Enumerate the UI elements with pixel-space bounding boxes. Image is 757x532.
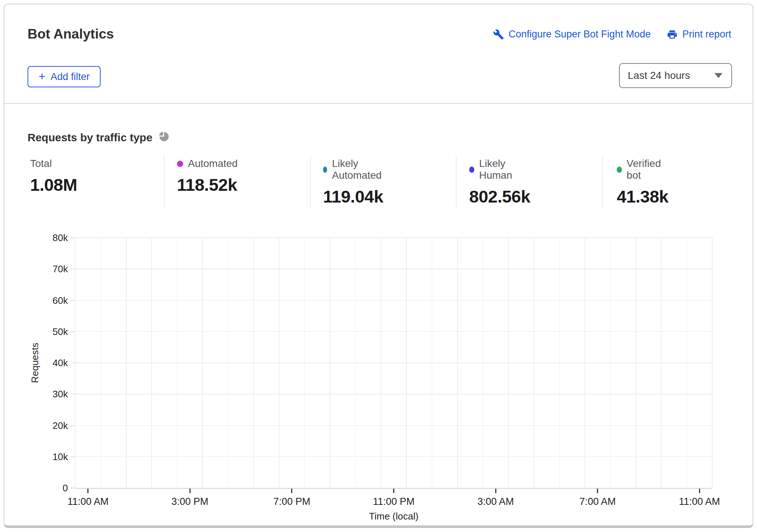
y-axis-label: 40k [20,357,68,369]
y-axis-label: 60k [20,295,68,306]
y-axis-label: 80k [20,232,68,244]
y-tick [71,269,75,269]
gridline [432,238,432,488]
print-link-label: Print report [682,29,731,40]
stat-total-value: 1.08M [30,175,77,195]
gridline [75,238,76,488]
x-tick [291,489,292,493]
likely-automated-dot-icon [323,167,327,173]
x-axis-label: 11:00 AM [663,496,736,507]
x-axis-label: 7:00 PM [255,496,329,507]
gridline [75,331,712,332]
stat-divider [602,156,603,207]
gridline [101,238,101,488]
x-axis-label: 3:00 PM [153,496,227,507]
x-tick [699,489,700,493]
x-tick [189,489,191,493]
section-heading-label: Requests by traffic type [28,131,152,144]
y-tick [71,300,75,301]
stat-total-label: Total [30,158,52,170]
y-tick [71,237,75,238]
y-axis-label: 10k [20,451,68,463]
chevron-down-icon [714,73,722,78]
gridline [661,238,662,488]
y-axis-label: 20k [20,420,68,431]
x-tick [393,489,394,493]
x-axis-title: Time (local) [369,511,419,522]
header-links: Configure Super Bot Fight Mode Print rep… [493,29,731,40]
gridline [406,238,407,488]
y-tick [71,488,75,488]
gridline [381,238,381,488]
x-axis-label: 11:00 AM [51,496,125,507]
gridline [75,394,712,394]
stat-likely-human[interactable]: Likely Human 802.56k [469,158,530,207]
gridline [279,238,279,488]
gridline [75,269,712,269]
gridline [75,237,712,238]
gridline [151,238,152,488]
stat-automated-value: 118.52k [177,175,238,195]
section-heading: Requests by traffic type [28,131,169,144]
plus-icon: + [39,70,46,82]
gridline [75,362,712,363]
time-range-dropdown[interactable]: Last 24 hours [619,63,732,88]
gridline [687,238,687,488]
wrench-icon [493,29,504,40]
stat-automated-label: Automated [188,158,238,170]
gridline [483,238,483,488]
y-axis-label: 70k [20,263,68,275]
stat-automated[interactable]: Automated 118.52k [177,158,238,195]
stat-likely-automated-value: 119.04k [323,186,384,207]
gridline [75,425,712,426]
x-axis-label: 11:00 PM [357,496,431,507]
x-tick [597,489,598,493]
y-tick [71,456,75,457]
pie-chart-icon [158,131,169,144]
stat-verified-bot-value: 41.38k [617,186,669,207]
x-axis-label: 7:00 AM [561,496,634,507]
automated-dot-icon [177,161,183,167]
y-tick [71,331,75,332]
gridline [202,238,203,488]
y-axis-title: Requests [29,343,41,383]
print-report-link[interactable]: Print report [667,29,731,40]
x-axis-label: 3:00 AM [459,496,532,507]
gridline [330,238,330,488]
time-range-value: Last 24 hours [628,70,714,81]
verified-bot-dot-icon [617,167,622,173]
stat-verified-bot[interactable]: Verified bot 41.38k [617,158,669,207]
add-filter-button[interactable]: + Add filter [28,66,101,87]
y-axis-label: 50k [20,326,68,338]
gridline [177,238,178,488]
x-tick [87,489,88,493]
gridline [635,238,636,488]
stat-divider [310,156,311,207]
configure-link-label: Configure Super Bot Fight Mode [508,29,651,40]
y-axis-label: 30k [20,389,68,400]
gridline [75,300,712,301]
header-divider [4,103,753,104]
gridline [712,238,713,488]
configure-super-bot-fight-mode-link[interactable]: Configure Super Bot Fight Mode [493,29,651,40]
stat-total: Total 1.08M [30,158,77,195]
gridline [457,238,458,488]
gridline [610,238,611,488]
x-tick [495,489,496,493]
gridline [355,238,356,488]
stat-likely-automated[interactable]: Likely Automated 119.04k [323,158,384,207]
stat-likely-human-value: 802.56k [469,186,530,207]
gridline [584,238,585,488]
y-tick [71,394,75,394]
gridline [508,238,509,488]
gridline [304,238,305,488]
y-tick [71,362,75,363]
y-tick [71,425,75,426]
printer-icon [667,29,678,40]
page-title: Bot Analytics [28,26,114,42]
gridline [253,238,254,488]
likely-human-dot-icon [469,167,474,173]
gridline [126,238,127,488]
stat-divider [164,156,164,207]
add-filter-label: Add filter [51,71,90,83]
